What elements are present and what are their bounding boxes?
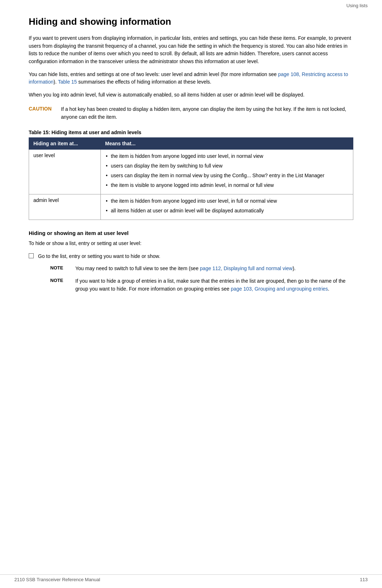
note2-text: If you want to hide a group of entries i… bbox=[75, 277, 353, 293]
list-item: the item is visible to anyone logged int… bbox=[105, 182, 349, 189]
caution-block: CAUTION If a hot key has been created to… bbox=[29, 105, 353, 121]
header-section-title: Using lists bbox=[346, 3, 368, 8]
table-cell-col2: the item is hidden from anyone logged in… bbox=[101, 194, 353, 220]
caution-text: If a hot key has been created to display… bbox=[61, 105, 353, 121]
list-item: users can display the item in normal vie… bbox=[105, 172, 349, 179]
section2-intro: To hide or show a list, entry or setting… bbox=[29, 240, 353, 248]
caution-label: CAUTION bbox=[29, 105, 61, 112]
list-item: users can display the item by switching … bbox=[105, 162, 349, 170]
footer-right: 113 bbox=[360, 577, 368, 582]
page-title: Hiding and showing information bbox=[29, 16, 353, 27]
section2-heading: Hiding or showing an item at user level bbox=[29, 230, 353, 236]
link-page112[interactable]: page 112, Displaying full and normal vie… bbox=[200, 265, 292, 271]
table-cell-col2: the item is hidden from anyone logged in… bbox=[101, 150, 353, 194]
table-cell-col1: admin level bbox=[29, 194, 101, 220]
list-item: the item is hidden from anyone logged in… bbox=[105, 152, 349, 160]
hiding-table: Hiding an item at... Means that... user … bbox=[29, 137, 353, 220]
page-header: Using lists bbox=[0, 0, 382, 10]
col1-header: Hiding an item at... bbox=[29, 138, 101, 150]
note1-text: You may need to switch to full view to s… bbox=[75, 265, 353, 273]
table-caption: Table 15: Hiding items at user and admin… bbox=[29, 130, 353, 135]
step-1: Go to the list, entry or setting you wan… bbox=[29, 253, 353, 260]
note1-label: NOTE bbox=[50, 265, 75, 271]
table-cell-col1: user level bbox=[29, 150, 101, 194]
footer-left: 2110 SSB Transceiver Reference Manual bbox=[14, 577, 100, 582]
note-block-1: NOTE You may need to switch to full view… bbox=[50, 265, 353, 273]
link-table15[interactable]: Table 15 bbox=[58, 79, 77, 85]
list-item: the item is hidden from anyone logged in… bbox=[105, 197, 349, 205]
step-1-text: Go to the list, entry or setting you wan… bbox=[38, 253, 160, 260]
paragraph-3: When you log into admin level, full view… bbox=[29, 91, 353, 99]
col2-header: Means that... bbox=[101, 138, 353, 150]
list-item: all items hidden at user or admin level … bbox=[105, 207, 349, 215]
paragraph-2: You can hide lists, entries and settings… bbox=[29, 71, 353, 86]
step-checkbox-1 bbox=[29, 253, 34, 258]
page-content: Hiding and showing information If you wa… bbox=[0, 10, 382, 320]
link-page103[interactable]: page 103, Grouping and ungrouping entrie… bbox=[231, 286, 328, 292]
note-block-2: NOTE If you want to hide a group of entr… bbox=[50, 277, 353, 293]
note2-label: NOTE bbox=[50, 277, 75, 283]
paragraph-1: If you want to prevent users from displa… bbox=[29, 34, 353, 66]
page-footer: 2110 SSB Transceiver Reference Manual 11… bbox=[0, 574, 382, 582]
